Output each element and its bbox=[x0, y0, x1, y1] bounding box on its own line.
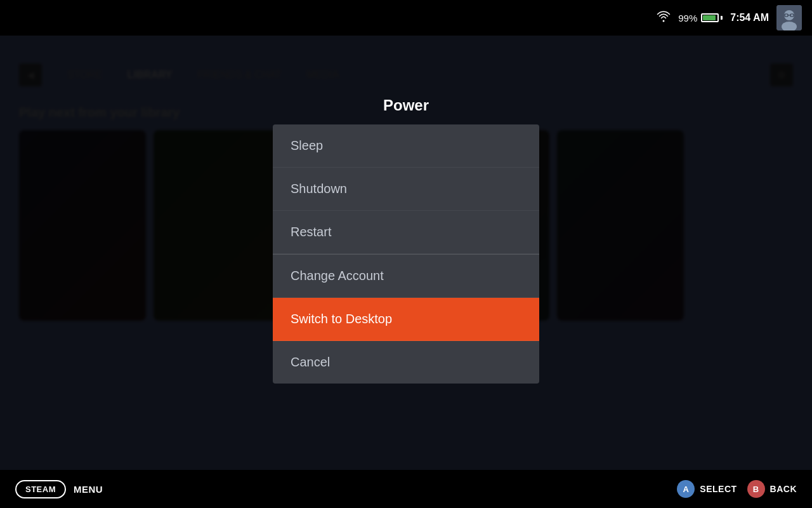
menu-item-restart[interactable]: Restart bbox=[273, 211, 539, 254]
battery-body bbox=[701, 13, 719, 22]
a-button-icon: A bbox=[677, 480, 695, 498]
back-hint: B BACK bbox=[747, 480, 797, 498]
b-button-icon: B bbox=[747, 480, 765, 498]
top-bar-right: 99% 7:54 AM bbox=[657, 5, 802, 30]
battery-info: 99% bbox=[678, 13, 723, 23]
dialog-title: Power bbox=[383, 97, 429, 114]
select-hint: A SELECT bbox=[677, 480, 737, 498]
battery-fill bbox=[703, 15, 716, 20]
battery-tip bbox=[721, 16, 723, 20]
steam-button[interactable]: STEAM bbox=[15, 480, 66, 498]
power-overlay: Power Sleep Shutdown Restart Change Acco… bbox=[0, 36, 812, 470]
bottom-bar: STEAM MENU A SELECT B BACK bbox=[0, 470, 812, 508]
battery-icon bbox=[701, 13, 723, 22]
menu-item-change-account[interactable]: Change Account bbox=[273, 255, 539, 298]
menu-item-cancel[interactable]: Cancel bbox=[273, 341, 539, 384]
select-label: SELECT bbox=[700, 484, 737, 494]
back-label: BACK bbox=[770, 484, 797, 494]
menu-label: MENU bbox=[74, 484, 103, 495]
menu-item-switch-desktop[interactable]: Switch to Desktop bbox=[273, 298, 539, 341]
bottom-bar-right: A SELECT B BACK bbox=[677, 480, 797, 498]
top-bar: 99% 7:54 AM bbox=[0, 0, 812, 36]
battery-percent: 99% bbox=[678, 13, 697, 23]
power-menu: Sleep Shutdown Restart Change Account Sw… bbox=[273, 124, 539, 384]
wifi-icon bbox=[657, 11, 671, 25]
clock: 7:54 AM bbox=[730, 12, 769, 23]
menu-item-sleep[interactable]: Sleep bbox=[273, 124, 539, 168]
avatar[interactable] bbox=[776, 5, 802, 30]
menu-item-shutdown[interactable]: Shutdown bbox=[273, 168, 539, 211]
